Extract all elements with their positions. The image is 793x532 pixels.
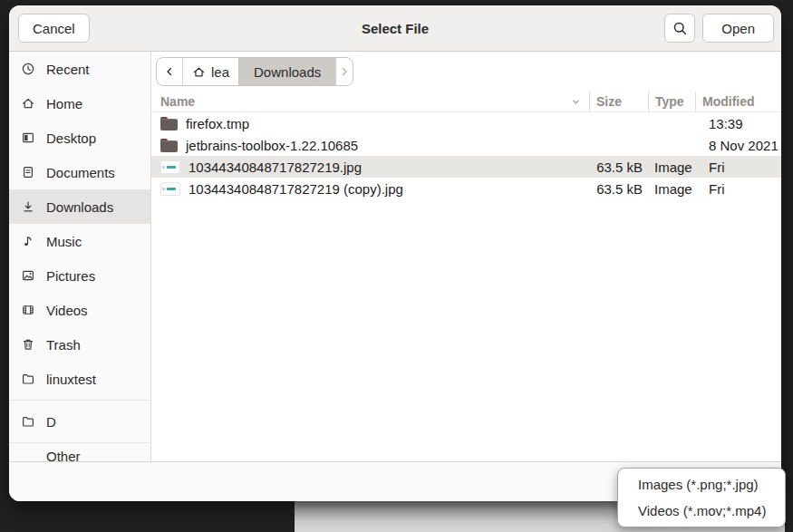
pathbar: lea Downloads [151, 52, 781, 92]
recent-clock-icon [21, 62, 35, 76]
filter-option-images[interactable]: Images (*.png;*.jpg) [618, 471, 785, 498]
file-size: 63.5 kB [589, 160, 648, 175]
file-modified: 8 Nov 2021 [695, 138, 781, 153]
sidebar-item-linuxtest[interactable]: linuxtest [9, 362, 150, 396]
sidebar-item-label: Music [46, 234, 82, 249]
sidebar-item-label: Videos [46, 303, 88, 318]
image-thumbnail-icon [160, 160, 180, 174]
column-header-type[interactable]: Type [648, 92, 695, 111]
file-name: firefox.tmp [186, 116, 249, 131]
forward-button[interactable] [335, 58, 353, 85]
film-icon [21, 303, 35, 317]
sidebar-item-label: Desktop [46, 131, 96, 146]
sidebar-item-documents[interactable]: Documents [9, 155, 150, 189]
sidebar-item-music[interactable]: Music [9, 224, 150, 258]
column-header-name[interactable]: Name [151, 92, 589, 111]
sidebar-item-pictures[interactable]: Pictures [9, 258, 150, 293]
dialog-content: Recent Home Desktop [9, 52, 781, 461]
chevron-right-icon [339, 66, 350, 77]
column-header-size[interactable]: Size [589, 92, 648, 111]
places-sidebar: Recent Home Desktop [9, 52, 151, 461]
music-note-icon [21, 234, 35, 248]
sidebar-item-trash[interactable]: Trash [9, 327, 150, 362]
sidebar-item-other-locations[interactable]: Other Locations [9, 447, 150, 461]
sidebar-item-label: Other Locations [46, 449, 139, 461]
file-name: 10344340848717827219 (copy).jpg [189, 181, 403, 197]
search-icon [672, 21, 688, 36]
folder-icon [21, 372, 35, 386]
file-type: Image [648, 181, 695, 197]
file-modified: Fri [695, 160, 781, 175]
sort-chevron-down-icon [570, 96, 582, 108]
file-list: firefox.tmp 13:39 jetbrains-toolbox-1.22… [151, 112, 781, 199]
sidebar-item-label: Home [46, 96, 82, 111]
sidebar-item-recent[interactable]: Recent [9, 52, 150, 86]
home-icon [192, 65, 206, 79]
back-button[interactable] [157, 58, 182, 85]
screen: Cancel Select File Open [0, 0, 793, 532]
file-chooser-dialog: Cancel Select File Open [9, 5, 781, 501]
sidebar-separator [9, 442, 150, 443]
file-row-jpg-copy[interactable]: 10344340848717827219 (copy).jpg 63.5 kB … [151, 178, 781, 199]
sidebar-item-downloads[interactable]: Downloads [9, 189, 150, 224]
headerbar-actions: Open [664, 14, 774, 43]
sidebar-item-videos[interactable]: Videos [9, 293, 150, 327]
file-modified: Fri [695, 181, 781, 197]
file-size: 63.5 kB [589, 181, 648, 197]
headerbar: Cancel Select File Open [9, 5, 781, 52]
folder-icon [160, 117, 178, 131]
folder-icon [21, 414, 35, 429]
file-type: Image [648, 160, 695, 175]
download-icon [21, 199, 35, 214]
column-name-label: Name [160, 94, 195, 109]
sidebar-item-home[interactable]: Home [9, 86, 150, 121]
file-name: 10344340848717827219.jpg [189, 160, 362, 175]
sidebar-item-label: Recent [46, 62, 90, 77]
chevron-left-icon [164, 66, 175, 77]
breadcrumb-current-segment[interactable]: Downloads [238, 58, 335, 85]
file-name: jetbrains-toolbox-1.22.10685 [186, 138, 358, 153]
column-header-modified[interactable]: Modified [695, 92, 781, 111]
image-thumbnail-icon [160, 182, 180, 196]
sidebar-separator [9, 400, 150, 401]
sidebar-item-label: linuxtest [46, 372, 96, 387]
open-button[interactable]: Open [702, 14, 774, 43]
trash-icon [21, 337, 35, 352]
filter-option-videos[interactable]: Videos (*.mov;*.mp4) [618, 498, 785, 524]
breadcrumb: lea Downloads [156, 57, 353, 86]
file-row-jetbrains-toolbox[interactable]: jetbrains-toolbox-1.22.10685 8 Nov 2021 [151, 134, 781, 156]
picture-icon [21, 268, 35, 283]
breadcrumb-home-label: lea [211, 64, 229, 80]
sidebar-item-label: Pictures [46, 268, 95, 284]
sidebar-item-desktop[interactable]: Desktop [9, 121, 150, 155]
sidebar-item-d[interactable]: D [9, 404, 150, 439]
sidebar-item-label: Downloads [46, 199, 113, 215]
sidebar-item-label: Documents [46, 165, 115, 180]
file-row-firefox-tmp[interactable]: firefox.tmp 13:39 [151, 112, 781, 134]
desktop-icon [21, 131, 35, 145]
file-pane: lea Downloads Name [151, 52, 781, 461]
filter-dropdown-popup: Images (*.png;*.jpg) Videos (*.mov;*.mp4… [617, 468, 786, 527]
sidebar-item-label: Trash [46, 337, 81, 353]
cancel-button[interactable]: Cancel [18, 14, 90, 43]
document-icon [21, 165, 35, 179]
sidebar-item-label: D [46, 414, 56, 430]
file-modified: 13:39 [695, 116, 781, 131]
search-button[interactable] [664, 14, 695, 43]
breadcrumb-home-segment[interactable]: lea [182, 58, 238, 85]
list-column-header: Name Size Type Modified [151, 92, 781, 112]
home-icon [21, 96, 35, 111]
file-row-jpg-selected[interactable]: 10344340848717827219.jpg 63.5 kB Image F… [151, 156, 781, 178]
folder-icon [160, 139, 178, 152]
